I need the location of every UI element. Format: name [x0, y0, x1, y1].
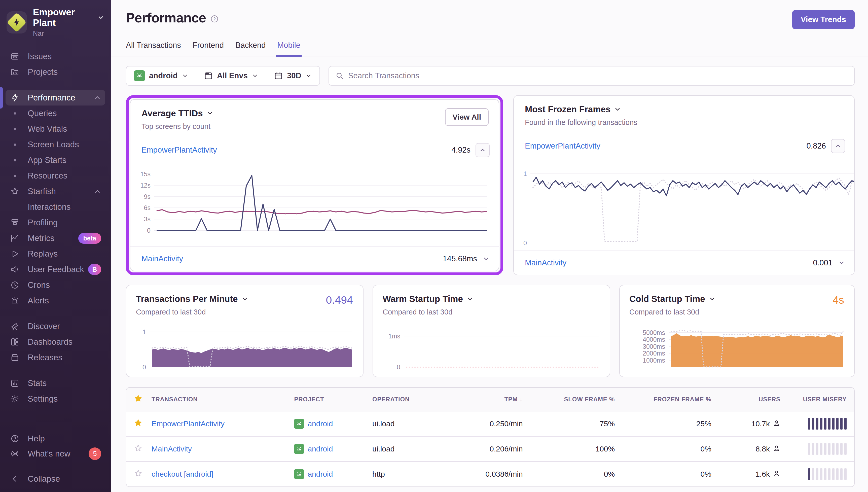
star-toggle[interactable]	[126, 463, 144, 486]
filter-group: android All Envs 30D	[126, 66, 320, 85]
frozen-frames-chart[interactable]: 10	[514, 158, 854, 250]
org-name: Empower Plant	[33, 7, 95, 28]
sidebar-item-stats[interactable]: Stats	[5, 375, 105, 391]
date-range-filter[interactable]: 30D	[266, 67, 320, 85]
tab-backend[interactable]: Backend	[235, 41, 266, 56]
cold-startup-chart[interactable]: 5000ms4000ms3000ms2000ms1000ms	[629, 325, 845, 370]
transaction-link[interactable]: MainActivity	[152, 445, 192, 453]
chevron-down-icon	[305, 73, 312, 79]
sidebar-item-interactions[interactable]: Interactions	[5, 199, 105, 215]
sidebar-item-alerts[interactable]: Alerts	[5, 293, 105, 309]
column-header-tpm[interactable]: TPM ↓	[452, 389, 530, 410]
sidebar-item-resources[interactable]: Resources	[5, 168, 105, 183]
sidebar-item-collapse[interactable]: Collapse	[5, 471, 105, 487]
user-misery-cell	[788, 412, 854, 436]
sidebar-item-label: Crons	[28, 280, 50, 290]
org-logo	[6, 11, 27, 33]
sidebar-item-queries[interactable]: Queries	[5, 105, 105, 121]
sidebar-item-issues[interactable]: Issues	[5, 49, 105, 64]
tab-mobile[interactable]: Mobile	[277, 41, 300, 56]
sidebar-item-discover[interactable]: Discover	[5, 319, 105, 334]
view-trends-button[interactable]: View Trends	[792, 10, 854, 29]
search-input[interactable]	[348, 71, 848, 80]
sidebar-item-screen-loads[interactable]: Screen Loads	[5, 137, 105, 152]
transaction-link[interactable]: MainActivity	[525, 259, 566, 267]
chevron-down-icon	[206, 110, 213, 117]
sidebar-item-app-starts[interactable]: App Starts	[5, 152, 105, 168]
sidebar-footer: HelpWhat's new5Collapse	[0, 431, 111, 487]
tpm-title-dropdown[interactable]: Transactions Per Minute	[136, 294, 353, 304]
chevron-down-icon	[709, 295, 716, 302]
sidebar-item-starfish[interactable]: Starfish	[5, 183, 105, 199]
column-header-project[interactable]: Project	[286, 389, 365, 410]
badge: B	[88, 264, 101, 275]
avg-ttids-title-dropdown[interactable]: Average TTIDs	[142, 108, 213, 118]
sidebar-item-web-vitals[interactable]: Web Vitals	[5, 121, 105, 137]
sidebar-item-settings[interactable]: Settings	[5, 391, 105, 407]
sidebar-item-user-feedback[interactable]: User FeedbackB	[5, 262, 105, 277]
cold-startup-title-dropdown[interactable]: Cold Startup Time	[629, 294, 845, 304]
avg-ttids-chart[interactable]: 15s12s9s6s3s0	[130, 162, 499, 246]
svg-text:0: 0	[397, 364, 400, 370]
project-link[interactable]: android	[308, 419, 333, 428]
transaction-link[interactable]: EmpowerPlantActivity	[142, 146, 217, 155]
sidebar-item-releases[interactable]: Releases	[5, 350, 105, 365]
sidebar-item-dashboards[interactable]: Dashboards	[5, 334, 105, 350]
svg-text:6s: 6s	[144, 204, 151, 211]
page-header: Performance ? View Trends All Transactio…	[111, 0, 868, 56]
transaction-cell: EmpowerPlantActivity	[144, 413, 286, 435]
expand-toggle-button[interactable]	[838, 259, 845, 266]
bullet-icon	[14, 112, 16, 115]
tpm-cell: 0.250/min	[452, 413, 530, 435]
tab-frontend[interactable]: Frontend	[193, 41, 224, 56]
svg-text:5000ms: 5000ms	[643, 329, 665, 336]
transaction-link[interactable]: MainActivity	[142, 254, 183, 263]
help-circle-icon[interactable]: ?	[210, 15, 219, 24]
sidebar-item-metrics[interactable]: Metricsbeta	[5, 230, 105, 246]
tab-all-transactions[interactable]: All Transactions	[126, 41, 181, 56]
collapse-toggle-button[interactable]	[831, 139, 845, 153]
sidebar-item-label: Performance	[28, 93, 75, 102]
sidebar-item-help[interactable]: Help	[5, 431, 105, 446]
tab-bar: All TransactionsFrontendBackendMobile	[126, 41, 854, 56]
star-toggle[interactable]	[126, 437, 144, 461]
environment-filter[interactable]: All Envs	[196, 67, 266, 85]
org-switcher[interactable]: Empower Plant Nar	[0, 7, 111, 38]
warm-startup-title-dropdown[interactable]: Warm Startup Time	[383, 294, 600, 304]
column-header-slow-frame[interactable]: Slow Frame %	[530, 389, 622, 410]
transaction-link[interactable]: checkout [android]	[152, 470, 213, 478]
column-header-user-misery[interactable]: User Misery	[788, 389, 854, 410]
sidebar-nav: IssuesProjectsPerformanceQueriesWeb Vita…	[0, 49, 111, 431]
sidebar-item-what-s-new[interactable]: What's new5	[5, 446, 105, 461]
expand-toggle-button[interactable]	[483, 255, 490, 262]
sidebar-item-projects[interactable]: Projects	[5, 64, 105, 80]
help-icon	[9, 434, 21, 443]
project-link[interactable]: android	[308, 445, 333, 453]
search-transactions[interactable]	[329, 66, 854, 85]
column-header-frozen-frame[interactable]: Frozen Frame %	[622, 389, 719, 410]
table-row: MainActivityandroidui.load0.206/min100%0…	[126, 436, 854, 461]
lightning-icon	[9, 15, 24, 29]
project-link[interactable]: android	[308, 470, 333, 478]
column-header-transaction[interactable]: Transaction	[144, 389, 286, 410]
collapse-toggle-button[interactable]	[476, 143, 490, 157]
column-header-star[interactable]	[126, 388, 144, 411]
transaction-link[interactable]: EmpowerPlantActivity	[152, 419, 225, 428]
view-all-button[interactable]: View All	[445, 108, 489, 126]
tpm-chart[interactable]: 10	[136, 325, 353, 370]
column-header-users[interactable]: Users	[719, 389, 788, 410]
user-icon	[773, 470, 781, 479]
warm-startup-chart[interactable]: 1ms0	[383, 325, 600, 370]
sidebar-item-profiling[interactable]: Profiling	[5, 215, 105, 230]
column-header-operation[interactable]: Operation	[365, 389, 452, 410]
sidebar-item-crons[interactable]: Crons	[5, 277, 105, 293]
project-filter[interactable]: android	[126, 67, 196, 85]
frozen-frames-title-dropdown[interactable]: Most Frozen Frames	[525, 104, 637, 114]
transaction-link[interactable]: EmpowerPlantActivity	[525, 142, 601, 151]
highlight-ring: Average TTIDs Top screens by count View …	[126, 95, 503, 275]
star-toggle[interactable]	[126, 412, 144, 436]
transactions-table: TransactionProjectOperationTPM ↓Slow Fra…	[126, 387, 854, 487]
transaction-cell: MainActivity	[144, 438, 286, 460]
sidebar-item-replays[interactable]: Replays	[5, 246, 105, 262]
sidebar-item-performance[interactable]: Performance	[5, 90, 105, 105]
